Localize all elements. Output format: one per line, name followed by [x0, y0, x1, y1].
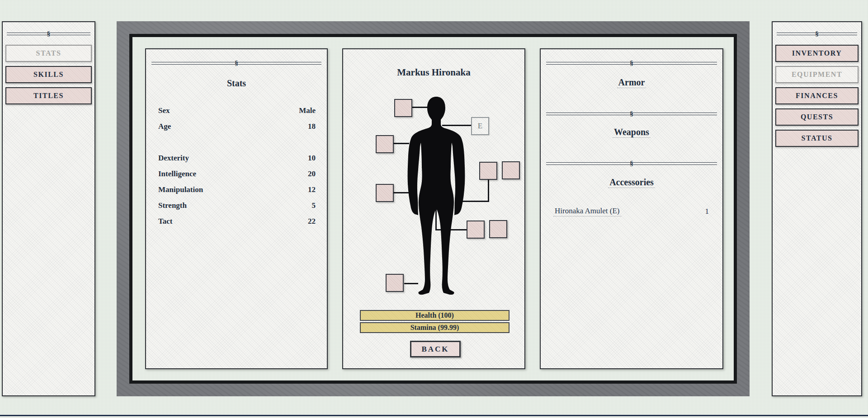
- right-sidebar: § INVENTORY EQUIPMENT FINANCES QUESTS ST…: [772, 21, 862, 396]
- sidebar-item-skills[interactable]: SKILLS: [5, 66, 92, 83]
- slot-head[interactable]: [394, 99, 412, 117]
- sidebar-item-status[interactable]: STATUS: [775, 130, 859, 147]
- section-divider: §: [777, 33, 857, 35]
- stat-label: Manipulation: [158, 185, 203, 194]
- section-weapons-title[interactable]: Weapons: [541, 126, 722, 138]
- sidebar-item-label: STATS: [36, 49, 61, 57]
- sidebar-item-label: FINANCES: [796, 92, 838, 100]
- left-sidebar: § STATS SKILLS TITLES: [2, 21, 95, 396]
- stat-row-intelligence: Intelligence 20: [158, 166, 316, 182]
- section-title-label: Armor: [617, 77, 646, 88]
- sidebar-item-equipment: EQUIPMENT: [775, 66, 859, 83]
- sidebar-item-inventory[interactable]: INVENTORY: [775, 45, 859, 62]
- section-divider: §: [546, 62, 717, 65]
- stat-row-tact: Tact 22: [158, 213, 316, 229]
- section-divider: §: [546, 162, 717, 165]
- slot-right-hand-1[interactable]: [479, 162, 497, 180]
- stat-label: Dexterity: [158, 154, 189, 163]
- stat-value: 22: [308, 217, 316, 226]
- sidebar-item-label: STATUS: [802, 134, 833, 142]
- stats-row-spacer: [158, 134, 316, 150]
- left-sidebar-buttons: STATS SKILLS TITLES: [5, 45, 92, 108]
- sidebar-item-label: INVENTORY: [792, 49, 842, 57]
- stat-row-manipulation: Manipulation 12: [158, 182, 316, 197]
- section-symbol: §: [235, 60, 238, 66]
- stat-value: 5: [312, 201, 316, 210]
- section-divider: §: [151, 62, 321, 65]
- sidebar-item-quests[interactable]: QUESTS: [775, 108, 859, 126]
- health-bar-label: Health (100): [415, 311, 454, 319]
- stat-label: Sex: [158, 106, 170, 115]
- stat-label: Tact: [158, 217, 173, 226]
- accessory-item-name[interactable]: Hironaka Amulet (E): [553, 207, 621, 216]
- character-name: Markus Hironaka: [343, 66, 524, 78]
- accessory-item-row: Hironaka Amulet (E) 1: [553, 206, 709, 217]
- stats-panel-title: Stats: [146, 77, 327, 89]
- health-bar: Health (100): [360, 310, 509, 321]
- stat-value: 20: [308, 169, 316, 178]
- section-symbol: §: [815, 30, 819, 37]
- stat-label: Intelligence: [158, 169, 196, 178]
- section-symbol: §: [630, 110, 633, 117]
- slot-left-arm[interactable]: [376, 135, 394, 153]
- game-screen: § STATS SKILLS TITLES § Stats Sex: [0, 0, 868, 418]
- slot-left-hand[interactable]: [376, 184, 394, 202]
- stat-value: 10: [308, 154, 316, 163]
- stat-value: 18: [308, 122, 316, 131]
- stamina-bar: Stamina (99.99): [360, 322, 509, 333]
- main-frame: § Stats Sex Male Age 18 Dexterity 10 I: [117, 21, 750, 396]
- stats-rows: Sex Male Age 18 Dexterity 10 Intelligenc…: [158, 103, 316, 229]
- stat-row-dexterity: Dexterity 10: [158, 150, 316, 166]
- sidebar-item-label: TITLES: [33, 92, 64, 100]
- equipment-panel: § Armor § Weapons § Accessories Hironaka…: [540, 48, 723, 369]
- section-title-label: Accessories: [608, 177, 655, 188]
- section-divider: §: [546, 113, 717, 115]
- sidebar-item-titles[interactable]: TITLES: [5, 87, 92, 104]
- stat-row-strength: Strength 5: [158, 197, 316, 213]
- section-symbol: §: [630, 60, 633, 66]
- sidebar-item-finances[interactable]: FINANCES: [775, 87, 859, 104]
- section-accessories-title[interactable]: Accessories: [541, 176, 722, 188]
- slot-neck-equipped[interactable]: E: [471, 117, 489, 135]
- stat-label: Strength: [158, 201, 187, 210]
- sidebar-item-stats: STATS: [5, 45, 92, 62]
- section-title-label: Weapons: [613, 127, 651, 138]
- section-armor-title[interactable]: Armor: [541, 76, 722, 88]
- stamina-bar-label: Stamina (99.99): [410, 324, 459, 332]
- slot-right-hand-2[interactable]: [502, 161, 520, 179]
- sidebar-item-label: EQUIPMENT: [792, 70, 842, 79]
- stat-label: Age: [158, 122, 171, 131]
- figure-panel: Markus Hironaka E: [342, 48, 525, 369]
- back-button-label: BACK: [421, 345, 449, 354]
- equipped-marker: E: [478, 122, 482, 131]
- stat-value: Male: [299, 106, 316, 115]
- stats-panel: § Stats Sex Male Age 18 Dexterity 10 I: [145, 48, 328, 369]
- back-button[interactable]: BACK: [410, 341, 461, 357]
- sidebar-item-label: SKILLS: [33, 70, 64, 79]
- slot-right-leg-1[interactable]: [467, 221, 485, 239]
- slot-right-leg-2[interactable]: [489, 220, 507, 238]
- connector-right-hand-vertical: [488, 180, 489, 202]
- section-symbol: §: [47, 30, 51, 37]
- section-divider: §: [7, 33, 90, 35]
- stat-row-age: Age 18: [158, 118, 316, 134]
- sidebar-item-label: QUESTS: [801, 113, 833, 121]
- stat-value: 12: [308, 185, 316, 194]
- body-silhouette: [407, 96, 466, 295]
- right-sidebar-buttons: INVENTORY EQUIPMENT FINANCES QUESTS STAT…: [775, 45, 859, 151]
- slot-left-foot[interactable]: [386, 274, 404, 292]
- accessory-item-quantity: 1: [705, 207, 709, 216]
- section-symbol: §: [630, 160, 633, 167]
- footer-divider: [0, 415, 868, 418]
- stat-row-sex: Sex Male: [158, 103, 316, 118]
